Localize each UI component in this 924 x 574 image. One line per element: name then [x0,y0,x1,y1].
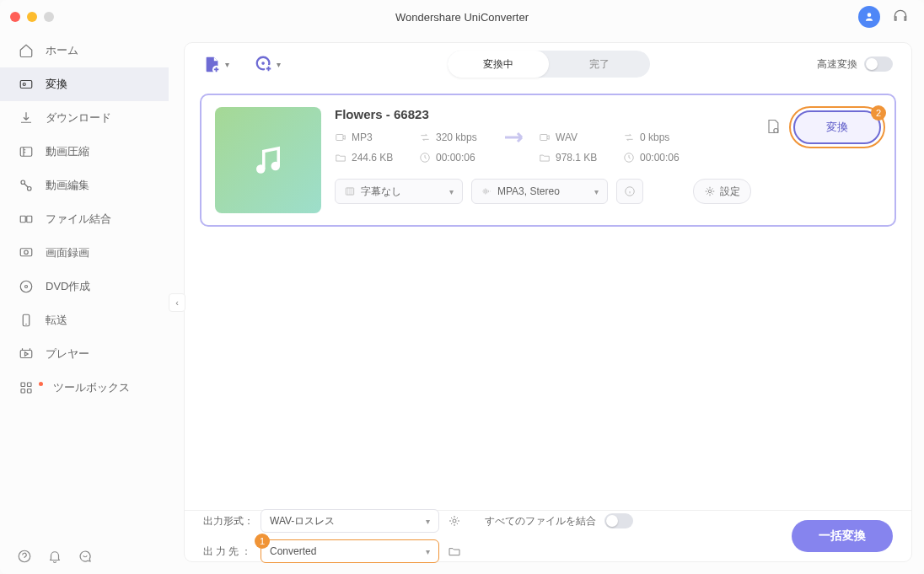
svg-rect-7 [20,249,32,256]
titlebar: Wondershare UniConverter [0,0,924,34]
convert-arrows-icon [623,131,635,143]
svg-point-20 [261,62,265,65]
gear-icon [704,185,716,197]
notifications-button[interactable] [47,549,62,564]
arrow-right-icon [503,130,527,145]
minimize-window-icon[interactable] [27,12,37,22]
clock-icon [623,152,635,164]
convert-button[interactable]: 変換 2 [793,110,881,144]
subtitle-select[interactable]: 字幕なし ▾ [335,179,463,204]
tab-converting[interactable]: 変換中 [448,51,549,78]
sidebar-item-merge[interactable]: ファイル結合 [0,202,169,236]
tab-done[interactable]: 完了 [549,51,650,78]
svg-rect-0 [20,81,32,89]
sidebar-item-label: 動画圧縮 [46,144,89,159]
support-button[interactable] [892,8,909,27]
dvd-icon [19,279,34,294]
file-card: Flowers - 66823 MP3 320 kbps WAV 0 kbps … [200,94,896,227]
main-panel: ▾ ▾ 変換中 完了 高速変換 Flowers - 66823 [184,42,912,562]
svg-rect-15 [21,389,25,394]
settings-button[interactable]: 設定 [693,179,751,204]
sidebar-item-transfer[interactable]: 転送 [0,303,169,337]
output-path-select[interactable]: Converted ▾ 1 [261,539,439,563]
headset-icon [892,8,909,24]
sidebar-item-compress[interactable]: 動画圧縮 [0,135,169,169]
chevron-down-icon: ▾ [426,517,430,526]
sidebar-footer [17,549,93,564]
maximize-window-icon[interactable] [44,12,54,22]
output-format-label: 出力形式： [203,514,254,528]
video-icon [335,131,346,143]
svg-point-17 [19,550,30,562]
sidebar-item-label: 画面録画 [46,245,89,260]
user-icon [863,11,875,23]
gear-icon [448,514,461,528]
edit-icon [19,178,34,193]
svg-point-23 [271,162,281,171]
user-avatar[interactable] [858,6,880,28]
sidebar-item-toolbox[interactable]: ツールボックス [0,371,169,405]
app-title: Wondershare UniConverter [395,11,529,24]
bottom-bar: 出力形式： WAV-ロスレス ▾ すべてのファイルを結合 出力先： Conver… [185,510,911,561]
convert-icon [19,77,34,92]
sidebar-item-label: プレヤー [46,346,89,362]
sidebar-item-label: 変換 [46,77,67,92]
sidebar-item-label: ファイル結合 [46,212,111,227]
svg-rect-6 [27,216,32,223]
convert-arrows-icon [419,131,431,143]
svg-rect-14 [28,383,32,387]
info-button[interactable] [616,179,643,204]
open-folder-button[interactable] [446,543,463,560]
info-icon [624,185,636,197]
folder-icon [335,152,346,164]
merge-files-label: すべてのファイルを結合 [485,514,596,528]
toolbox-icon [19,380,34,395]
svg-rect-2 [20,148,32,157]
music-note-icon [250,142,286,178]
svg-point-22 [256,164,266,174]
sidebar-item-player[interactable]: プレヤー [0,337,169,371]
clock-icon [419,152,431,164]
svg-rect-25 [540,135,547,141]
high-speed-toggle[interactable] [864,56,893,72]
high-speed-label: 高速変換 [817,57,857,72]
sidebar-item-edit[interactable]: 動画編集 [0,169,169,202]
sidebar-item-home[interactable]: ホーム [0,34,169,67]
file-title: Flowers - 66823 [335,107,751,121]
format-settings-button[interactable] [446,512,463,529]
close-window-icon[interactable] [10,12,20,22]
svg-point-30 [708,190,712,193]
folder-icon [448,544,461,558]
batch-convert-button[interactable]: 一括変換 [792,520,893,552]
compress-icon [19,144,34,159]
file-thumbnail [215,107,321,213]
sidebar-item-label: 動画編集 [46,178,89,193]
svg-rect-13 [21,383,25,387]
svg-rect-5 [20,216,25,223]
sidebar-item-dvd[interactable]: DVD作成 [0,270,169,303]
help-button[interactable] [17,549,32,564]
merge-files-toggle[interactable] [604,513,633,528]
feedback-button[interactable] [78,549,93,564]
output-path-label: 出力先： [203,544,254,559]
output-format-select[interactable]: WAV-ロスレス ▾ [261,509,439,533]
chevron-down-icon: ▾ [277,60,281,69]
sidebar: ホーム 変換 ダウンロード 動画圧縮 動画編集 ファイル結合 画面録画 DVD [0,34,169,574]
chevron-down-icon: ▾ [426,547,430,556]
file-gear-icon [765,118,782,135]
add-file-button[interactable]: ▾ [203,55,229,73]
window-controls [10,12,54,22]
sidebar-item-convert[interactable]: 変換 [0,67,169,101]
player-icon [19,346,34,362]
add-disc-button[interactable]: ▾ [255,55,281,73]
sidebar-item-label: 転送 [46,313,67,328]
sidebar-item-record[interactable]: 画面録画 [0,236,169,270]
file-options-button[interactable] [765,118,782,137]
notification-dot-icon [39,382,43,386]
sidebar-item-download[interactable]: ダウンロード [0,101,169,135]
disc-add-icon [255,55,273,73]
svg-point-1 [23,83,25,86]
sidebar-item-label: ダウンロード [46,110,111,126]
sidebar-collapse-button[interactable]: ‹ [169,293,185,312]
audio-track-select[interactable]: MPA3, Stereo ▾ [471,179,608,204]
